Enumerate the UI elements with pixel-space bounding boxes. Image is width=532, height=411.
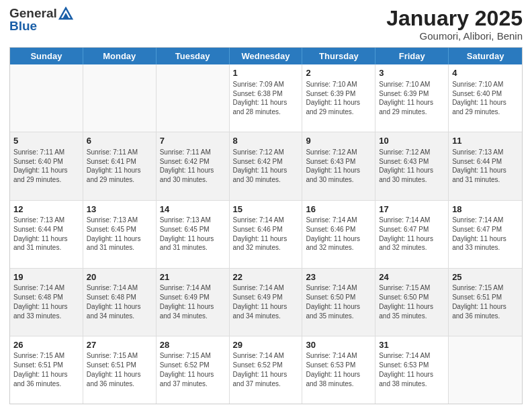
calendar-week-1: 1Sunrise: 7:09 AM Sunset: 6:38 PM Daylig… [10, 64, 522, 132]
day-number: 28 [160, 339, 226, 351]
calendar-cell: 26Sunrise: 7:15 AM Sunset: 6:51 PM Dayli… [10, 336, 83, 404]
day-number: 18 [452, 203, 519, 216]
calendar-cell: 24Sunrise: 7:15 AM Sunset: 6:50 PM Dayli… [375, 269, 449, 336]
day-info: Sunrise: 7:10 AM Sunset: 6:40 PM Dayligh… [452, 81, 506, 116]
day-number: 31 [379, 339, 445, 351]
day-info: Sunrise: 7:14 AM Sunset: 6:47 PM Dayligh… [452, 216, 506, 251]
header-tuesday: Tuesday [157, 48, 230, 64]
day-number: 1 [233, 67, 299, 79]
calendar-cell: 5Sunrise: 7:11 AM Sunset: 6:40 PM Daylig… [10, 132, 83, 199]
calendar-cell: 29Sunrise: 7:14 AM Sunset: 6:52 PM Dayli… [230, 336, 303, 404]
calendar-cell: 21Sunrise: 7:14 AM Sunset: 6:49 PM Dayli… [157, 269, 230, 336]
calendar-cell: 25Sunrise: 7:15 AM Sunset: 6:51 PM Dayli… [449, 269, 522, 336]
day-info: Sunrise: 7:15 AM Sunset: 6:52 PM Dayligh… [160, 352, 214, 387]
title-block: January 2025 Goumori, Alibori, Benin [386, 7, 523, 42]
calendar-cell: 20Sunrise: 7:14 AM Sunset: 6:48 PM Dayli… [83, 269, 157, 336]
day-info: Sunrise: 7:14 AM Sunset: 6:49 PM Dayligh… [160, 284, 214, 319]
day-info: Sunrise: 7:14 AM Sunset: 6:48 PM Dayligh… [13, 284, 68, 319]
calendar-cell: 4Sunrise: 7:10 AM Sunset: 6:40 PM Daylig… [449, 64, 522, 132]
calendar-cell [449, 336, 522, 404]
day-info: Sunrise: 7:14 AM Sunset: 6:50 PM Dayligh… [306, 284, 360, 319]
header-sunday: Sunday [10, 48, 83, 64]
calendar-cell: 3Sunrise: 7:10 AM Sunset: 6:39 PM Daylig… [375, 64, 449, 132]
calendar-cell: 18Sunrise: 7:14 AM Sunset: 6:47 PM Dayli… [449, 201, 522, 268]
day-info: Sunrise: 7:13 AM Sunset: 6:44 PM Dayligh… [13, 216, 68, 251]
day-info: Sunrise: 7:14 AM Sunset: 6:53 PM Dayligh… [306, 352, 360, 387]
day-number: 21 [160, 271, 226, 283]
day-info: Sunrise: 7:12 AM Sunset: 6:43 PM Dayligh… [379, 148, 433, 183]
logo-icon [58, 7, 73, 20]
day-info: Sunrise: 7:12 AM Sunset: 6:42 PM Dayligh… [233, 148, 287, 183]
day-number: 22 [233, 271, 299, 283]
calendar-cell: 27Sunrise: 7:15 AM Sunset: 6:51 PM Dayli… [83, 336, 157, 404]
day-number: 13 [87, 203, 152, 216]
day-number: 4 [452, 67, 519, 79]
day-info: Sunrise: 7:11 AM Sunset: 6:42 PM Dayligh… [160, 148, 214, 183]
calendar-cell: 17Sunrise: 7:14 AM Sunset: 6:47 PM Dayli… [375, 201, 449, 268]
page: General Blue January 2025 Goumori, Alibo… [0, 0, 532, 411]
day-info: Sunrise: 7:14 AM Sunset: 6:46 PM Dayligh… [233, 216, 287, 251]
day-info: Sunrise: 7:14 AM Sunset: 6:49 PM Dayligh… [233, 284, 287, 319]
calendar-cell: 9Sunrise: 7:12 AM Sunset: 6:43 PM Daylig… [302, 132, 375, 199]
calendar-cell: 11Sunrise: 7:13 AM Sunset: 6:44 PM Dayli… [449, 132, 522, 199]
day-number: 11 [452, 135, 519, 147]
day-info: Sunrise: 7:10 AM Sunset: 6:39 PM Dayligh… [379, 81, 433, 116]
day-number: 3 [379, 67, 445, 79]
calendar-cell [10, 64, 83, 132]
calendar-cell: 22Sunrise: 7:14 AM Sunset: 6:49 PM Dayli… [230, 269, 303, 336]
calendar-week-4: 19Sunrise: 7:14 AM Sunset: 6:48 PM Dayli… [10, 269, 522, 336]
month-year: January 2025 [386, 7, 523, 30]
header-thursday: Thursday [302, 48, 375, 64]
day-info: Sunrise: 7:09 AM Sunset: 6:38 PM Dayligh… [233, 81, 287, 116]
calendar: Sunday Monday Tuesday Wednesday Thursday… [9, 47, 523, 404]
day-info: Sunrise: 7:11 AM Sunset: 6:41 PM Dayligh… [87, 148, 141, 183]
day-number: 6 [87, 135, 152, 147]
day-info: Sunrise: 7:13 AM Sunset: 6:45 PM Dayligh… [87, 216, 141, 251]
header: General Blue January 2025 Goumori, Alibo… [9, 7, 523, 42]
day-number: 7 [160, 135, 226, 147]
calendar-cell: 31Sunrise: 7:14 AM Sunset: 6:53 PM Dayli… [375, 336, 449, 404]
header-wednesday: Wednesday [230, 48, 303, 64]
logo-blue: Blue [9, 19, 37, 34]
calendar-cell: 12Sunrise: 7:13 AM Sunset: 6:44 PM Dayli… [10, 201, 83, 268]
day-number: 14 [160, 203, 226, 216]
calendar-cell: 23Sunrise: 7:14 AM Sunset: 6:50 PM Dayli… [302, 269, 375, 336]
logo: General Blue [9, 7, 73, 34]
day-info: Sunrise: 7:15 AM Sunset: 6:50 PM Dayligh… [379, 284, 433, 319]
day-info: Sunrise: 7:11 AM Sunset: 6:40 PM Dayligh… [13, 148, 68, 183]
day-number: 12 [13, 203, 79, 216]
calendar-cell: 1Sunrise: 7:09 AM Sunset: 6:38 PM Daylig… [230, 64, 303, 132]
calendar-cell: 30Sunrise: 7:14 AM Sunset: 6:53 PM Dayli… [302, 336, 375, 404]
calendar-cell: 15Sunrise: 7:14 AM Sunset: 6:46 PM Dayli… [230, 201, 303, 268]
calendar-cell [157, 64, 230, 132]
day-number: 26 [13, 339, 79, 351]
day-info: Sunrise: 7:14 AM Sunset: 6:48 PM Dayligh… [87, 284, 141, 319]
day-number: 5 [13, 135, 79, 147]
day-number: 29 [233, 339, 299, 351]
day-number: 24 [379, 271, 445, 283]
day-number: 23 [306, 271, 371, 283]
calendar-cell [83, 64, 157, 132]
calendar-body: 1Sunrise: 7:09 AM Sunset: 6:38 PM Daylig… [10, 64, 522, 404]
calendar-week-2: 5Sunrise: 7:11 AM Sunset: 6:40 PM Daylig… [10, 132, 522, 200]
day-number: 27 [87, 339, 152, 351]
day-info: Sunrise: 7:14 AM Sunset: 6:46 PM Dayligh… [306, 216, 360, 251]
day-number: 9 [306, 135, 371, 147]
day-number: 25 [452, 271, 519, 283]
header-friday: Friday [375, 48, 449, 64]
calendar-week-5: 26Sunrise: 7:15 AM Sunset: 6:51 PM Dayli… [10, 336, 522, 404]
day-info: Sunrise: 7:12 AM Sunset: 6:43 PM Dayligh… [306, 148, 360, 183]
day-info: Sunrise: 7:13 AM Sunset: 6:45 PM Dayligh… [160, 216, 214, 251]
calendar-cell: 28Sunrise: 7:15 AM Sunset: 6:52 PM Dayli… [157, 336, 230, 404]
day-number: 15 [233, 203, 299, 216]
day-number: 2 [306, 67, 371, 79]
location: Goumori, Alibori, Benin [386, 30, 523, 42]
day-info: Sunrise: 7:15 AM Sunset: 6:51 PM Dayligh… [13, 352, 68, 387]
calendar-cell: 19Sunrise: 7:14 AM Sunset: 6:48 PM Dayli… [10, 269, 83, 336]
day-info: Sunrise: 7:10 AM Sunset: 6:39 PM Dayligh… [306, 81, 360, 116]
day-number: 20 [87, 271, 152, 283]
day-info: Sunrise: 7:13 AM Sunset: 6:44 PM Dayligh… [452, 148, 506, 183]
calendar-week-3: 12Sunrise: 7:13 AM Sunset: 6:44 PM Dayli… [10, 201, 522, 269]
day-number: 8 [233, 135, 299, 147]
day-number: 30 [306, 339, 371, 351]
